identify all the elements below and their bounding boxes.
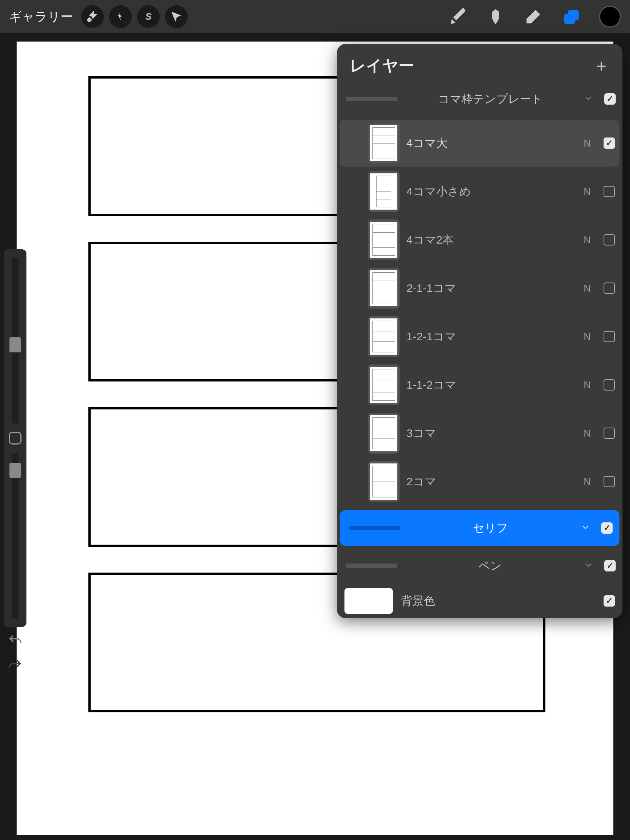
actions-button[interactable] (81, 5, 104, 28)
layer-thumb (368, 316, 399, 357)
layer-row[interactable]: 4コマ大 N (340, 120, 619, 167)
layer-row[interactable]: 4コマ2本 N (340, 216, 619, 263)
layer-name: 1-2-1コマ (406, 329, 577, 344)
redo-button[interactable] (8, 658, 23, 674)
layer-group-pen[interactable]: ペン (337, 548, 622, 584)
visibility-checkbox[interactable] (603, 379, 615, 390)
visibility-checkbox[interactable] (604, 93, 616, 105)
group-label: コマ枠テンプレート (403, 92, 578, 107)
blend-mode[interactable]: N (584, 186, 591, 197)
layer-row[interactable]: 4コマ小さめ N (340, 168, 619, 215)
background-label: 背景色 (401, 594, 595, 609)
visibility-checkbox[interactable] (603, 428, 615, 439)
group-label: セリフ (406, 521, 575, 536)
chevron-down-icon[interactable] (583, 93, 594, 105)
color-picker[interactable] (599, 6, 621, 28)
layer-row[interactable]: 2-1-1コマ N (340, 265, 619, 312)
background-thumb (344, 588, 393, 614)
layers-popover: レイヤー ＋ コマ枠テンプレート 4コマ大 N 4コマ小さめ N 4コマ2本 N… (337, 44, 622, 618)
svg-text:S: S (145, 11, 152, 22)
layer-thumb (368, 171, 399, 212)
blend-mode[interactable]: N (584, 428, 591, 439)
layer-group-serif[interactable]: セリフ (340, 510, 619, 546)
blend-mode[interactable]: N (584, 331, 591, 343)
add-layer-button[interactable]: ＋ (593, 54, 609, 77)
opacity-slider[interactable] (12, 453, 19, 619)
visibility-checkbox[interactable] (603, 595, 615, 606)
layer-thumb (368, 123, 399, 164)
blend-mode[interactable]: N (584, 234, 591, 246)
group-thumb (349, 526, 400, 530)
visibility-checkbox[interactable] (601, 523, 613, 534)
side-sliders (4, 249, 27, 627)
group-thumb (346, 97, 397, 101)
group-label: ペン (403, 558, 578, 574)
chevron-down-icon[interactable] (580, 522, 591, 534)
layer-thumb (368, 461, 399, 502)
gallery-button[interactable]: ギャラリー (9, 8, 73, 25)
layer-name: 4コマ大 (406, 136, 577, 151)
layer-thumb (368, 219, 399, 260)
layer-name: 3コマ (406, 426, 577, 441)
select-button[interactable]: S (137, 5, 160, 28)
layer-name: 1-1-2コマ (406, 377, 577, 393)
layer-name: 2コマ (406, 474, 577, 489)
layer-thumb (368, 413, 399, 454)
visibility-checkbox[interactable] (603, 331, 615, 342)
layer-name: 2-1-1コマ (406, 281, 577, 296)
svg-rect-2 (568, 10, 579, 21)
layer-row[interactable]: 3コマ N (340, 410, 619, 456)
visibility-checkbox[interactable] (603, 186, 615, 197)
eraser-button[interactable] (524, 7, 543, 27)
visibility-checkbox[interactable] (603, 476, 615, 487)
layer-row[interactable]: 2コマ N (340, 458, 619, 505)
brush-button[interactable] (448, 7, 467, 27)
layer-name: 4コマ小さめ (406, 184, 577, 199)
layer-row[interactable]: 1-2-1コマ N (340, 313, 619, 360)
layer-row[interactable]: 1-1-2コマ N (340, 362, 619, 408)
popover-title: レイヤー (350, 55, 414, 76)
modifier-button[interactable] (9, 432, 22, 445)
layer-thumb (368, 365, 399, 405)
adjust-button[interactable] (109, 5, 132, 28)
group-thumb (346, 564, 397, 568)
visibility-checkbox[interactable] (604, 560, 616, 572)
blend-mode[interactable]: N (584, 137, 591, 149)
smudge-button[interactable] (486, 7, 505, 27)
undo-button[interactable] (8, 633, 23, 650)
layer-group-templates[interactable]: コマ枠テンプレート (337, 81, 622, 117)
brush-size-slider[interactable] (12, 257, 19, 423)
layer-thumb (368, 268, 399, 309)
background-layer[interactable]: 背景色 (337, 584, 622, 618)
visibility-checkbox[interactable] (603, 137, 615, 149)
visibility-checkbox[interactable] (603, 234, 615, 245)
layers-button[interactable] (561, 7, 581, 27)
blend-mode[interactable]: N (584, 283, 591, 294)
visibility-checkbox[interactable] (603, 283, 615, 294)
blend-mode[interactable]: N (584, 476, 591, 488)
topbar: ギャラリー S (0, 0, 630, 33)
chevron-down-icon[interactable] (583, 560, 594, 572)
layer-name: 4コマ2本 (406, 232, 577, 248)
move-button[interactable] (165, 5, 188, 28)
blend-mode[interactable]: N (584, 379, 591, 391)
